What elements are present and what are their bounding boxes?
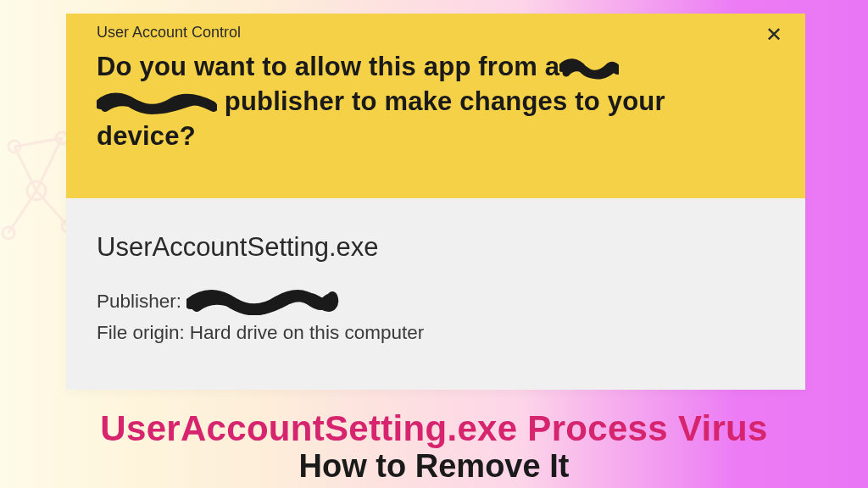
uac-question-text: Do you want to allow this app from a pub… — [97, 50, 775, 154]
uac-question-line1: Do you want to allow this app from a — [97, 52, 559, 81]
svg-line-8 — [36, 191, 68, 226]
article-subtitle: How to Remove It — [299, 448, 570, 485]
publisher-row: Publisher: — [97, 288, 775, 315]
redaction-scribble-2 — [97, 85, 217, 119]
program-name: UserAccountSetting.exe — [97, 232, 775, 263]
close-icon: ✕ — [765, 23, 782, 47]
svg-line-7 — [8, 191, 36, 233]
uac-body: UserAccountSetting.exe Publisher: File o… — [66, 198, 805, 390]
file-origin-value: Hard drive on this computer — [190, 322, 424, 344]
close-button[interactable]: ✕ — [761, 22, 787, 47]
file-origin-label: File origin: — [97, 322, 185, 344]
redaction-scribble-1 — [559, 50, 619, 85]
uac-header: ✕ User Account Control Do you want to al… — [66, 14, 805, 198]
uac-title: User Account Control — [97, 24, 775, 42]
redaction-scribble-publisher — [186, 288, 339, 315]
svg-line-6 — [36, 138, 62, 191]
svg-line-5 — [14, 147, 36, 191]
uac-question-line3: device? — [97, 121, 196, 151]
uac-dialog: ✕ User Account Control Do you want to al… — [66, 14, 805, 390]
file-origin-row: File origin: Hard drive on this computer — [97, 322, 775, 344]
svg-line-9 — [14, 138, 62, 147]
article-title: UserAccountSetting.exe Process Virus — [100, 408, 767, 449]
uac-question-line2: publisher to make changes to your — [225, 86, 665, 116]
publisher-label: Publisher: — [97, 291, 181, 313]
